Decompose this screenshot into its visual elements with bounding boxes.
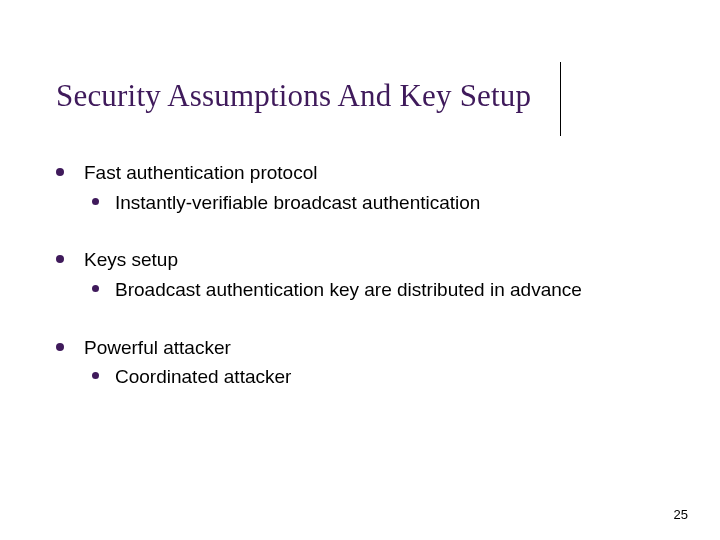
list-item-text: Keys setup	[84, 247, 660, 273]
bullet-group: Fast authentication protocol Instantly-v…	[56, 160, 660, 215]
list-subitem-text: Coordinated attacker	[115, 364, 660, 390]
list-item: Fast authentication protocol	[56, 160, 660, 186]
list-subitem-text: Broadcast authentication key are distrib…	[115, 277, 660, 303]
list-subitem: Instantly-verifiable broadcast authentic…	[92, 190, 660, 216]
slide-content: Fast authentication protocol Instantly-v…	[56, 160, 660, 422]
title-accent-line	[560, 62, 561, 136]
list-subitem: Coordinated attacker	[92, 364, 660, 390]
slide-title: Security Assumptions And Key Setup	[56, 78, 531, 114]
list-item-text: Powerful attacker	[84, 335, 660, 361]
bullet-group: Keys setup Broadcast authentication key …	[56, 247, 660, 302]
slide: Security Assumptions And Key Setup Fast …	[0, 0, 720, 540]
bullet-icon	[92, 285, 99, 292]
page-number: 25	[674, 507, 688, 522]
list-item: Keys setup	[56, 247, 660, 273]
list-item: Powerful attacker	[56, 335, 660, 361]
bullet-icon	[92, 198, 99, 205]
list-subitem-text: Instantly-verifiable broadcast authentic…	[115, 190, 660, 216]
bullet-icon	[56, 255, 64, 263]
bullet-icon	[56, 343, 64, 351]
list-subitem: Broadcast authentication key are distrib…	[92, 277, 660, 303]
bullet-icon	[56, 168, 64, 176]
bullet-icon	[92, 372, 99, 379]
list-item-text: Fast authentication protocol	[84, 160, 660, 186]
bullet-group: Powerful attacker Coordinated attacker	[56, 335, 660, 390]
